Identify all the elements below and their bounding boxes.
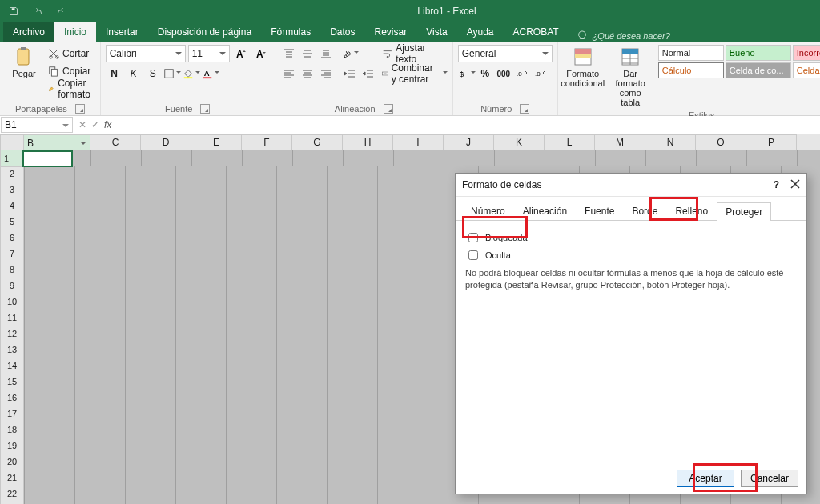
cell[interactable]	[277, 374, 328, 390]
align-right-button[interactable]	[317, 65, 335, 82]
cell[interactable]	[227, 374, 277, 390]
cell[interactable]	[75, 198, 126, 214]
cell[interactable]	[24, 262, 75, 278]
cell[interactable]	[378, 358, 428, 374]
cell[interactable]	[176, 406, 227, 422]
cell[interactable]	[24, 310, 75, 326]
cell[interactable]	[328, 470, 378, 486]
dlg-tab-borde[interactable]: Borde	[623, 202, 666, 220]
cell[interactable]	[176, 214, 227, 230]
cell[interactable]	[328, 390, 378, 406]
col-header-J[interactable]: J	[444, 134, 494, 150]
tab-disposicion[interactable]: Disposición de página	[148, 22, 261, 42]
cell[interactable]	[227, 166, 277, 182]
row-header[interactable]: 11	[0, 310, 24, 326]
cell[interactable]	[277, 230, 328, 246]
cell[interactable]	[75, 326, 126, 342]
cell[interactable]	[378, 390, 428, 406]
col-header-C[interactable]: C	[90, 134, 141, 150]
cell[interactable]	[227, 182, 277, 198]
cell[interactable]	[328, 166, 378, 182]
font-color-button[interactable]: A	[202, 65, 219, 82]
tell-me[interactable]: ¿Qué desea hacer?	[569, 30, 678, 42]
style-celda-co[interactable]: Celda de co...	[726, 62, 791, 78]
cell[interactable]	[24, 230, 75, 246]
align-top-button[interactable]	[280, 45, 298, 62]
row-header[interactable]: 10	[0, 294, 24, 310]
cell[interactable]	[227, 230, 277, 246]
cell[interactable]	[126, 262, 176, 278]
cell[interactable]	[378, 486, 428, 502]
cell[interactable]	[328, 278, 378, 294]
format-as-table-button[interactable]: Dar formato como tabla	[608, 45, 653, 109]
dialog-launcher-icon[interactable]	[384, 104, 393, 114]
cell[interactable]	[328, 214, 378, 230]
cell[interactable]	[378, 294, 428, 310]
save-icon[interactable]	[5, 2, 22, 20]
col-header-L[interactable]: L	[545, 134, 595, 150]
cell[interactable]	[126, 390, 176, 406]
cell[interactable]	[75, 246, 126, 262]
percent-button[interactable]: %	[476, 65, 494, 82]
cell[interactable]	[24, 214, 75, 230]
cell[interactable]	[176, 358, 227, 374]
tab-file[interactable]: Archivo	[3, 22, 54, 42]
accounting-format-button[interactable]: $	[458, 65, 476, 82]
tab-formulas[interactable]: Fórmulas	[261, 22, 320, 42]
col-header-K[interactable]: K	[494, 134, 545, 150]
cell[interactable]	[75, 454, 126, 470]
row-header[interactable]: 14	[0, 358, 24, 374]
redo-icon[interactable]	[53, 2, 70, 20]
cell[interactable]	[24, 374, 75, 390]
cell[interactable]	[126, 214, 176, 230]
thousands-button[interactable]: 000	[495, 65, 512, 82]
cell[interactable]	[545, 150, 596, 166]
cell[interactable]	[378, 262, 428, 278]
row-header[interactable]: 4	[0, 198, 24, 214]
cell[interactable]	[227, 486, 277, 502]
cell[interactable]	[24, 278, 75, 294]
cell[interactable]	[75, 486, 126, 502]
cell[interactable]	[75, 374, 126, 390]
row-header[interactable]: 7	[0, 246, 24, 262]
cell[interactable]	[394, 150, 444, 166]
cell[interactable]	[176, 262, 227, 278]
cell[interactable]	[126, 198, 176, 214]
cell[interactable]	[75, 438, 126, 454]
cell[interactable]	[126, 326, 176, 342]
cell[interactable]	[243, 150, 293, 166]
cell[interactable]	[176, 166, 227, 182]
row-header[interactable]: 13	[0, 342, 24, 358]
cut-button[interactable]: Cortar	[48, 45, 95, 62]
tab-acrobat[interactable]: ACROBAT	[503, 22, 568, 42]
increase-decimal-button[interactable]: .0	[513, 65, 531, 82]
style-calculo[interactable]: Cálculo	[658, 62, 724, 78]
bold-button[interactable]: N	[106, 65, 123, 82]
cell[interactable]	[277, 342, 328, 358]
cell[interactable]	[328, 358, 378, 374]
cell[interactable]	[227, 342, 277, 358]
cell[interactable]	[176, 486, 227, 502]
cell[interactable]	[142, 150, 192, 166]
cell[interactable]	[596, 150, 646, 166]
cell[interactable]	[227, 294, 277, 310]
cell[interactable]	[277, 294, 328, 310]
merge-center-button[interactable]: Combinar y centrar	[382, 65, 448, 82]
cell[interactable]	[75, 470, 126, 486]
cell[interactable]	[24, 406, 75, 422]
align-bottom-button[interactable]	[317, 45, 335, 62]
cell[interactable]	[176, 326, 227, 342]
cell[interactable]	[227, 278, 277, 294]
cell[interactable]	[277, 310, 328, 326]
cell[interactable]	[176, 470, 227, 486]
cell[interactable]	[277, 326, 328, 342]
cell[interactable]	[75, 278, 126, 294]
cell[interactable]	[328, 406, 378, 422]
style-bueno[interactable]: Bueno	[726, 45, 791, 61]
cell[interactable]	[378, 230, 428, 246]
hidden-checkbox-row[interactable]: Oculta	[465, 248, 797, 262]
cell[interactable]	[227, 310, 277, 326]
cell[interactable]	[75, 390, 126, 406]
cell[interactable]	[126, 246, 176, 262]
cell[interactable]	[227, 438, 277, 454]
